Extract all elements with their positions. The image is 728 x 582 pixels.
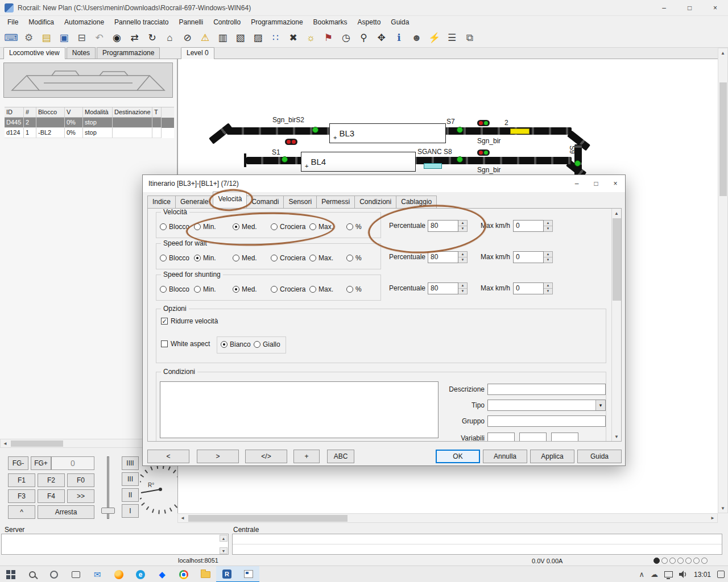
dialog-tab-sensori[interactable]: Sensori [283, 196, 317, 209]
field-gruppo[interactable] [487, 415, 606, 427]
col-v[interactable]: V [65, 107, 83, 118]
radio-speed-for-wait-max[interactable]: Max. [309, 254, 333, 262]
estop-icon[interactable]: ⚡ [425, 30, 443, 46]
menu-aspetto[interactable]: Aspetto [353, 17, 386, 27]
flag-icon[interactable]: ⚑ [320, 30, 337, 46]
spin-up-icon[interactable]: ▲ [458, 221, 467, 226]
radio-velocit-blocco[interactable]: Blocco [160, 223, 189, 231]
spin-down-icon[interactable]: ▼ [458, 289, 467, 294]
dialog-minimize-icon[interactable]: – [567, 176, 586, 192]
firefox-icon[interactable] [108, 566, 130, 582]
car-icon[interactable]: ▨ [249, 30, 267, 46]
save-icon[interactable]: ▣ [55, 30, 73, 46]
spinner-percent-2[interactable]: 80▲▼ [428, 251, 468, 263]
spinner-percent-3[interactable]: 80▲▼ [428, 282, 468, 294]
radio-velocit-med[interactable]: Med. [233, 223, 257, 231]
checkbox-white-aspect[interactable]: White aspect [161, 340, 210, 348]
block-bl4[interactable]: + BL4 [301, 152, 416, 172]
col-x[interactable]: # [24, 107, 36, 118]
dialog-tab-comandi[interactable]: Comandi [246, 196, 284, 209]
step-button-iii[interactable]: III [122, 472, 139, 486]
add-button[interactable]: + [293, 450, 320, 463]
sensor-dot[interactable] [574, 160, 581, 167]
scroll-up-icon[interactable]: ▲ [612, 209, 621, 218]
sensor-dot[interactable] [457, 127, 463, 133]
radio-speed-for-wait-crociera[interactable]: Crociera [271, 254, 305, 262]
field-variabili-1[interactable] [487, 433, 515, 441]
field-variabili-3[interactable] [551, 433, 578, 441]
fullscreen-icon[interactable]: ✥ [373, 30, 390, 46]
central-panel[interactable] [232, 534, 722, 555]
radio-aspect-bianco[interactable]: Bianco [221, 340, 251, 348]
radio-speed-for-shunting-min[interactable]: Min. [194, 285, 216, 293]
dialog-vscrollbar[interactable]: ▲ ▼ [611, 209, 621, 441]
radio-speed-for-shunting-crociera[interactable]: Crociera [271, 285, 305, 293]
radio-speed-for-wait-x[interactable]: % [346, 254, 362, 262]
user-icon[interactable]: ☻ [408, 30, 425, 46]
spinner-kmh-2[interactable]: 0▲▼ [513, 251, 553, 263]
field-variabili-2[interactable] [519, 433, 547, 441]
radio-speed-for-shunting-max[interactable]: Max. [309, 285, 333, 293]
stop-button[interactable]: Arresta [38, 505, 94, 519]
spin-down-icon[interactable]: ▼ [544, 257, 552, 263]
signal-sgn-birs2[interactable] [285, 139, 297, 145]
rocrail-icon[interactable]: R [216, 566, 238, 582]
fg-plus-button[interactable]: FG+ [31, 456, 51, 470]
swap-button[interactable]: </> [245, 450, 287, 463]
spin-up-icon[interactable]: ▲ [458, 252, 467, 257]
table-row[interactable]: d1241-BL20%stop [5, 128, 174, 138]
menu-bookmarks[interactable]: Bookmarks [308, 17, 353, 27]
cancel-button[interactable]: Annulla [483, 450, 527, 463]
fn-button-f1[interactable]: F1 [8, 473, 35, 487]
scroll-thumb[interactable] [719, 82, 727, 196]
taskview-button[interactable] [65, 566, 86, 582]
help-button[interactable]: Guida [577, 450, 622, 463]
dialog-titlebar[interactable]: Itinerario [BL3+]-[BL1+] (7/12) – □ × [143, 175, 625, 192]
col-blocco[interactable]: Blocco [36, 107, 65, 118]
spin-up-icon[interactable]: ▲ [544, 252, 552, 257]
radio-speed-for-shunting-blocco[interactable]: Blocco [160, 285, 189, 293]
fn-button-f3[interactable]: F3 [8, 489, 35, 503]
menu-file[interactable]: File [2, 17, 23, 27]
scroll-left-icon[interactable]: ◄ [178, 514, 187, 522]
sensor-dot[interactable] [282, 156, 288, 163]
list-icon[interactable]: ☰ [443, 30, 461, 46]
open-workspace-icon[interactable]: ▤ [38, 30, 55, 46]
cortana-button[interactable] [43, 566, 65, 582]
tab-notes[interactable]: Notes [67, 47, 96, 59]
spin-up-icon[interactable]: ▲ [544, 221, 552, 226]
abc-button[interactable]: ABC [327, 450, 354, 463]
signal-sgn-bir[interactable] [477, 149, 490, 156]
menu-controllo[interactable]: Controllo [208, 17, 246, 27]
scroll-thumb[interactable] [188, 515, 348, 522]
settings-icon[interactable]: ⚙ [20, 30, 38, 46]
close-icon[interactable]: × [702, 0, 728, 16]
tab-level-0[interactable]: Level 0 [181, 47, 214, 59]
search-button[interactable] [22, 566, 43, 582]
occupied-segment[interactable] [510, 128, 530, 134]
print-icon[interactable]: ⊟ [73, 30, 90, 46]
scroll-down-icon[interactable]: ▼ [718, 504, 727, 513]
spin-down-icon[interactable]: ▼ [458, 226, 467, 231]
fg-minus-button[interactable]: FG- [8, 456, 28, 470]
edge-icon[interactable]: e [130, 566, 151, 582]
volume-icon[interactable] [679, 571, 688, 578]
step-button-ii[interactable]: II [122, 488, 139, 502]
col-destinazione[interactable]: Destinazione [113, 107, 152, 118]
menu-programmazione[interactable]: Programmazione [246, 17, 308, 27]
scroll-up-icon[interactable]: ▲ [220, 535, 228, 542]
menu-guida[interactable]: Guida [386, 17, 414, 27]
spin-up-icon[interactable]: ▲ [458, 283, 467, 289]
undo-icon[interactable]: ↶ [90, 30, 108, 46]
notification-center-icon[interactable] [717, 571, 725, 578]
select-tipo[interactable]: ▾ [487, 400, 606, 411]
spinner-kmh-1[interactable]: 0▲▼ [513, 220, 553, 232]
radio-velocit-crociera[interactable]: Crociera [271, 223, 305, 231]
power-icon[interactable]: ◉ [108, 30, 126, 46]
conditions-list[interactable] [160, 381, 439, 438]
explorer-icon[interactable] [195, 566, 216, 582]
dialog-close-icon[interactable]: × [606, 176, 625, 192]
maximize-icon[interactable]: □ [677, 0, 702, 16]
radio-velocit-max[interactable]: Max. [309, 223, 333, 231]
routes-icon[interactable]: ∷ [267, 30, 284, 46]
